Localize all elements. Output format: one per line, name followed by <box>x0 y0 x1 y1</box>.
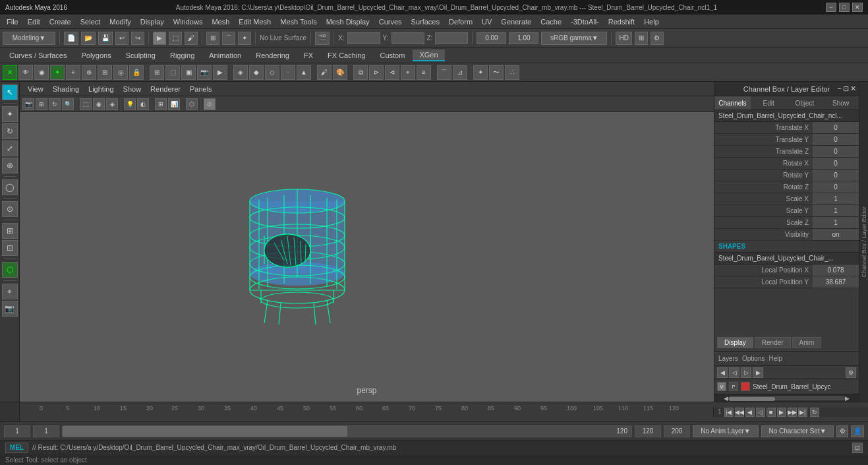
tool-vert-btn[interactable]: ▲ <box>297 65 311 80</box>
camera-btn[interactable]: 📷 <box>2 301 18 317</box>
cb-tab-channels[interactable]: Channels <box>714 96 751 109</box>
tab-rigging[interactable]: Rigging <box>163 50 201 61</box>
tab-fx[interactable]: FX <box>297 50 320 61</box>
cb-scroll-right[interactable]: ▶ <box>845 395 850 402</box>
cb-scroll-thumb[interactable] <box>729 397 775 401</box>
tool-surface-btn[interactable]: ⊿ <box>453 65 467 80</box>
cb-scrollbar[interactable]: ◀ ▶ <box>714 394 859 402</box>
attr-scale-y-input[interactable] <box>813 205 859 216</box>
menu-windows[interactable]: Windows <box>169 16 207 27</box>
tool-lock-btn[interactable]: 🔒 <box>129 65 144 80</box>
vp-tb-grid[interactable]: ⊞ <box>155 98 167 110</box>
minimize-button[interactable]: − <box>826 3 836 12</box>
tool-brush-btn[interactable]: 🖌 <box>317 65 332 80</box>
attr-rotate-z-input[interactable] <box>813 181 859 193</box>
vp-menu-panels[interactable]: Panels <box>186 84 216 94</box>
menu-uv[interactable]: UV <box>478 16 496 27</box>
attr-local-pos-y-input[interactable] <box>813 276 859 288</box>
cb-scroll-left[interactable]: ◀ <box>724 395 728 402</box>
val2-input[interactable] <box>509 32 538 44</box>
view-cube-btn[interactable]: ⬡ <box>2 262 18 278</box>
attr-translate-x-input[interactable] <box>813 122 859 133</box>
soft-select-btn[interactable]: ◯ <box>2 179 18 195</box>
layer-proxy-btn[interactable]: P <box>729 382 738 391</box>
attr-translate-z-input[interactable] <box>813 146 859 157</box>
cb-tab-show[interactable]: Show <box>823 96 859 109</box>
tl-back-btn[interactable]: ◀ <box>745 408 755 417</box>
layer-hdr-layers[interactable]: Layers <box>718 355 738 362</box>
menu-generate[interactable]: Generate <box>497 16 535 27</box>
menu-cache[interactable]: Cache <box>536 16 565 27</box>
vp-tb-light[interactable]: 💡 <box>124 98 136 110</box>
vp-menu-show[interactable]: Show <box>119 84 146 94</box>
vp-tb-smooth[interactable]: ◉ <box>93 98 105 110</box>
tool-sel3-btn[interactable]: ◇ <box>265 65 279 80</box>
snap-grid-btn[interactable]: ⊞ <box>206 32 219 45</box>
tool-paint-btn[interactable]: 🎨 <box>333 65 347 80</box>
layer-tb-left[interactable]: ◀ <box>717 367 728 378</box>
hd-btn[interactable]: HD <box>616 32 631 45</box>
vp-tb-hud[interactable]: 📊 <box>168 98 180 110</box>
layer-tb-left2[interactable]: ◁ <box>729 367 739 378</box>
menu-help[interactable]: Help <box>640 16 663 27</box>
tool-render-btn[interactable]: ▣ <box>181 65 196 80</box>
undo-btn[interactable]: ↩ <box>115 32 129 45</box>
tab-rendering[interactable]: Rendering <box>249 50 296 61</box>
attr-local-pos-x-input[interactable] <box>813 264 859 276</box>
layer-tb-right[interactable]: ▶ <box>753 367 763 378</box>
tl-stop-btn[interactable]: ■ <box>767 408 776 417</box>
dra-tab-anim[interactable]: Anim <box>792 337 822 348</box>
close-button[interactable]: ✕ <box>852 3 863 12</box>
vp-tb-orbit[interactable]: ↻ <box>49 98 61 110</box>
vp-tb-cam[interactable]: 📷 <box>22 98 34 110</box>
paint-sel-btn[interactable]: 🖌 <box>185 32 198 45</box>
bb-settings-btn[interactable]: ⚙ <box>836 425 848 437</box>
menu-3dto[interactable]: -3DtoAll- <box>567 16 603 27</box>
tool-plus2-btn[interactable]: ⊕ <box>82 65 96 80</box>
bb-frame2-input[interactable] <box>33 425 59 437</box>
vp-menu-view[interactable]: View <box>24 84 47 94</box>
vp-tb-shadow[interactable]: ◐ <box>137 98 149 110</box>
bb-max-frame1[interactable] <box>635 425 661 437</box>
attr-translate-y-input[interactable] <box>813 134 859 145</box>
cb-tab-object[interactable]: Object <box>787 96 823 109</box>
grid-toggle[interactable]: ⊞ <box>635 32 648 45</box>
tool-curve2-btn[interactable]: ⌒ <box>437 65 451 80</box>
settings-btn[interactable]: ⚙ <box>651 32 664 45</box>
scale-tool-btn[interactable]: ⤢ <box>2 140 18 156</box>
z-input[interactable] <box>435 32 468 44</box>
bb-char-set-dropdown[interactable]: No Character Set ▼ <box>761 425 834 437</box>
attribute-editor-strip[interactable]: Channel Box / Layer Editor <box>859 82 868 402</box>
dra-tab-render[interactable]: Render <box>755 337 791 348</box>
layer-tb-settings[interactable]: ⚙ <box>846 367 856 378</box>
axis-btn[interactable]: ⌖ <box>2 284 18 299</box>
menu-mesh[interactable]: Mesh <box>208 16 233 27</box>
menu-surfaces[interactable]: Surfaces <box>407 16 444 27</box>
tl-loop-btn[interactable]: ↻ <box>810 408 819 417</box>
tool-sel2-btn[interactable]: ◆ <box>249 65 264 80</box>
tool-pt-btn[interactable]: · <box>281 65 295 80</box>
lasso-btn[interactable]: ⬚ <box>169 32 182 45</box>
tool-anim-btn[interactable]: ▶ <box>213 65 227 80</box>
timeline-track[interactable]: 0 5 10 15 20 25 30 35 40 45 50 55 60 65 … <box>40 402 713 421</box>
snap-y-btn[interactable]: ⊡ <box>2 240 18 256</box>
bb-max-frame2[interactable] <box>664 425 690 437</box>
menu-deform[interactable]: Deform <box>445 16 477 27</box>
tl-play-btn[interactable]: ▶ <box>777 408 786 417</box>
bb-anim-layer-dropdown[interactable]: No Anim Layer ▼ <box>693 425 759 437</box>
tool-move-btn[interactable]: ✦ <box>50 65 65 80</box>
tab-xgen[interactable]: XGen <box>413 49 444 61</box>
attr-rotate-y-input[interactable] <box>813 170 859 181</box>
tab-animation[interactable]: Animation <box>202 50 248 61</box>
tool-detach-btn[interactable]: ⊲ <box>385 65 399 80</box>
tl-start-btn[interactable]: |◀ <box>724 408 734 417</box>
vp-tb-sel[interactable]: ⊙ <box>204 98 216 110</box>
tool-merge-btn[interactable]: ≡ <box>417 65 431 80</box>
cb-scroll-track[interactable] <box>728 396 845 400</box>
tool-sel1-btn[interactable]: ◈ <box>233 65 248 80</box>
menu-display[interactable]: Display <box>136 16 168 27</box>
tab-sculpting[interactable]: Sculpting <box>119 50 162 61</box>
vp-tb-flat[interactable]: ◈ <box>106 98 118 110</box>
menu-mesh-display[interactable]: Mesh Display <box>322 16 374 27</box>
show-manip-btn[interactable]: ⊙ <box>2 201 18 217</box>
